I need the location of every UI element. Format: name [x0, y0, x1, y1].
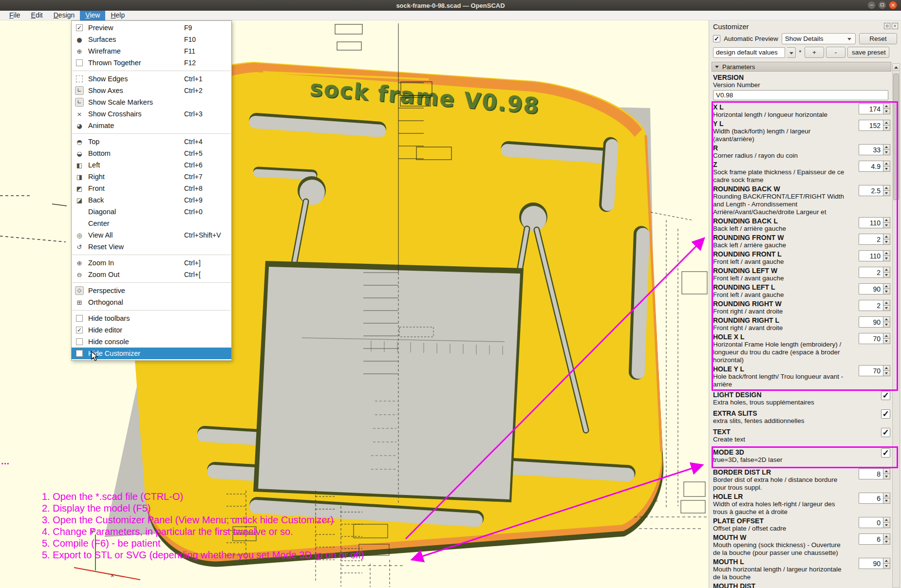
preset-combo-arrow[interactable]: [787, 47, 796, 58]
spinbox-down-button[interactable]: [883, 539, 890, 545]
spinbox-down-button[interactable]: [883, 523, 890, 528]
spinbox-up-button[interactable]: [883, 316, 890, 322]
spinbox-down-button[interactable]: [883, 474, 890, 479]
spinbox-up-button[interactable]: [883, 161, 890, 166]
menubar-item-help[interactable]: Help: [105, 11, 130, 20]
param-checkbox[interactable]: ✓: [881, 428, 890, 437]
menubar-item-design[interactable]: Design: [48, 11, 80, 20]
spinbox-value[interactable]: 90: [859, 558, 883, 569]
remove-preset-button[interactable]: -: [826, 47, 845, 58]
menubar-item-view[interactable]: View: [80, 11, 105, 20]
spinbox-down-button[interactable]: [883, 126, 890, 131]
spinbox-down-button[interactable]: [883, 166, 890, 172]
view-menu-item-zoom-out[interactable]: ⊖Zoom OutCtrl+[: [72, 269, 231, 280]
spinbox-down-button[interactable]: [883, 256, 890, 261]
spinbox-value[interactable]: 6: [859, 533, 883, 545]
spinbox-up-button[interactable]: [883, 267, 890, 273]
view-menu-item-show-crosshairs[interactable]: ×Show CrosshairsCtrl+3: [72, 108, 231, 120]
close-panel-icon[interactable]: ×: [892, 23, 898, 29]
add-preset-button[interactable]: +: [805, 47, 824, 58]
spinbox-down-button[interactable]: [883, 150, 890, 155]
param-checkbox[interactable]: ✓: [881, 409, 890, 419]
view-menu-item-show-axes[interactable]: ∟Show AxesCtrl+2: [72, 85, 231, 96]
view-menu-item-center[interactable]: Center: [72, 218, 231, 229]
preset-combo[interactable]: design default values: [713, 47, 785, 58]
spinbox-up-button[interactable]: [883, 300, 890, 306]
spinbox-up-button[interactable]: [883, 144, 890, 150]
view-menu-item-wireframe[interactable]: ⊕WireframeF11: [72, 45, 231, 57]
view-menu-item-surfaces[interactable]: ●SurfacesF10: [72, 34, 231, 45]
spinbox-down-button[interactable]: [883, 239, 890, 245]
version-input[interactable]: V0.98: [713, 90, 888, 100]
reset-button[interactable]: Reset: [859, 33, 897, 44]
spinbox-value[interactable]: 2: [859, 234, 883, 245]
spinbox-up-button[interactable]: [883, 493, 890, 498]
save-preset-button[interactable]: save preset: [847, 47, 889, 58]
view-menu-item-reset-view[interactable]: ↺Reset View: [72, 241, 231, 253]
view-menu-item-hide-console[interactable]: Hide console: [72, 336, 231, 348]
view-menu-item-show-edges[interactable]: Show EdgesCtrl+1: [72, 73, 231, 85]
spinbox-up-button[interactable]: [883, 103, 890, 109]
spinbox-value[interactable]: 2.5: [859, 185, 883, 196]
menubar-item-file[interactable]: File: [4, 11, 26, 20]
spinbox-up-button[interactable]: [883, 365, 890, 371]
spinbox-value[interactable]: 90: [859, 283, 883, 294]
close-button[interactable]: ×: [889, 1, 897, 9]
spinbox-value[interactable]: 110: [859, 217, 883, 228]
spinbox-down-button[interactable]: [883, 371, 890, 376]
view-menu-item-top[interactable]: ◓TopCtrl+4: [72, 136, 231, 147]
float-panel-icon[interactable]: [884, 23, 890, 29]
spinbox-up-button[interactable]: [883, 185, 890, 191]
spinbox-value[interactable]: 70: [859, 333, 883, 344]
spinbox-down-button[interactable]: [883, 322, 890, 328]
spinbox-down-button[interactable]: [883, 109, 890, 114]
spinbox-up-button[interactable]: [883, 283, 890, 289]
spinbox-value[interactable]: 90: [859, 316, 883, 328]
spinbox-down-button[interactable]: [883, 289, 890, 294]
spinbox-value[interactable]: 2: [859, 267, 883, 278]
spinbox-up-button[interactable]: [883, 120, 890, 126]
spinbox-down-button[interactable]: [883, 339, 890, 344]
minimize-button[interactable]: −: [867, 1, 876, 9]
spinbox-up-button[interactable]: [883, 533, 890, 539]
view-menu-item-left[interactable]: ◧LeftCtrl+6: [72, 159, 231, 171]
view-menu-item-bottom[interactable]: ◒BottomCtrl+5: [72, 147, 231, 159]
spinbox-down-button[interactable]: [883, 498, 890, 504]
view-menu-item-zoom-in[interactable]: ⊕Zoom InCtrl+]: [72, 257, 231, 269]
spinbox-value[interactable]: 110: [859, 250, 883, 261]
param-checkbox[interactable]: ✓: [881, 448, 890, 458]
spinbox-up-button[interactable]: [883, 234, 890, 239]
view-menu-item-right[interactable]: ◨RightCtrl+7: [72, 171, 231, 183]
spinbox-down-button[interactable]: [883, 191, 890, 196]
spinbox-value[interactable]: 174: [859, 103, 883, 114]
scroll-up-button[interactable]: [893, 64, 900, 71]
view-menu-item-back[interactable]: ◪BackCtrl+9: [72, 194, 231, 206]
menubar-item-edit[interactable]: Edit: [26, 11, 48, 20]
view-menu-item-perspective[interactable]: ◇Perspective: [72, 285, 231, 296]
spinbox-up-button[interactable]: [883, 250, 890, 256]
view-menu-item-hide-editor[interactable]: ✓Hide editor: [72, 324, 231, 336]
spinbox-value[interactable]: 152: [859, 120, 883, 131]
spinbox-value[interactable]: 70: [859, 365, 883, 376]
view-menu-item-preview[interactable]: ✓PreviewF9: [72, 22, 231, 34]
view-menu-item-show-scale-markers[interactable]: ∟Show Scale Markers: [72, 96, 231, 108]
spinbox-value[interactable]: 33: [859, 144, 883, 155]
view-menu-item-thrown-together[interactable]: Thrown TogetherF12: [72, 57, 231, 69]
spinbox-up-button[interactable]: [883, 558, 890, 564]
spinbox-value[interactable]: 4.9: [859, 161, 883, 172]
spinbox-value[interactable]: 8: [859, 468, 883, 479]
spinbox-up-button[interactable]: [883, 468, 890, 474]
view-menu-item-view-all[interactable]: ◎View AllCtrl+Shift+V: [72, 229, 231, 241]
parameters-section-header[interactable]: Parameters: [712, 62, 891, 72]
automatic-preview-checkbox[interactable]: ✓: [713, 35, 720, 42]
show-details-dropdown[interactable]: Show Details: [782, 33, 856, 44]
view-menu-item-diagonal[interactable]: DiagonalCtrl+0: [72, 206, 231, 218]
spinbox-up-button[interactable]: [883, 217, 890, 223]
view-menu-item-orthogonal[interactable]: ⊞Orthogonal: [72, 296, 231, 308]
spinbox-down-button[interactable]: [883, 564, 890, 569]
spinbox-up-button[interactable]: [883, 517, 890, 523]
spinbox-value[interactable]: 0: [859, 517, 883, 528]
spinbox-up-button[interactable]: [883, 333, 890, 339]
param-checkbox[interactable]: ✓: [881, 391, 890, 400]
spinbox-value[interactable]: 2: [859, 300, 883, 311]
